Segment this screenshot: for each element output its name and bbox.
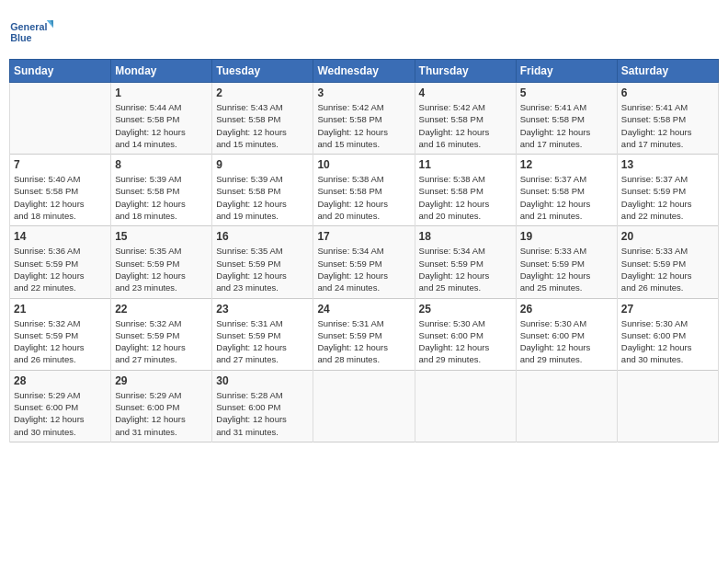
day-number: 11 (419, 158, 512, 171)
day-content: Sunrise: 5:32 AMSunset: 5:59 PMDaylight:… (14, 317, 107, 366)
day-number: 10 (317, 158, 410, 171)
header-friday: Friday (516, 60, 617, 83)
header-saturday: Saturday (617, 60, 718, 83)
calendar-header: SundayMondayTuesdayWednesdayThursdayFrid… (10, 60, 719, 83)
page-header: General Blue (9, 9, 719, 53)
day-number: 25 (419, 303, 512, 316)
day-content: Sunrise: 5:36 AMSunset: 5:59 PMDaylight:… (14, 245, 107, 293)
table-cell (516, 370, 617, 442)
day-content: Sunrise: 5:40 AMSunset: 5:58 PMDaylight:… (14, 173, 107, 222)
table-cell: 8Sunrise: 5:39 AMSunset: 5:58 PMDaylight… (111, 155, 212, 226)
week-row-5: 28Sunrise: 5:29 AMSunset: 6:00 PMDayligh… (10, 370, 719, 442)
table-cell: 14Sunrise: 5:36 AMSunset: 5:59 PMDayligh… (10, 226, 111, 298)
day-number: 15 (115, 230, 208, 243)
table-cell: 1Sunrise: 5:44 AMSunset: 5:58 PMDaylight… (111, 83, 212, 155)
day-number: 23 (216, 303, 309, 316)
day-content: Sunrise: 5:39 AMSunset: 5:58 PMDaylight:… (115, 173, 208, 222)
day-number: 12 (520, 158, 613, 171)
day-number: 7 (14, 158, 107, 171)
table-cell: 9Sunrise: 5:39 AMSunset: 5:58 PMDaylight… (212, 155, 313, 226)
table-cell (415, 370, 516, 442)
day-number: 2 (216, 86, 309, 99)
week-row-3: 14Sunrise: 5:36 AMSunset: 5:59 PMDayligh… (10, 226, 719, 298)
day-content: Sunrise: 5:41 AMSunset: 5:58 PMDaylight:… (621, 101, 714, 150)
table-cell: 30Sunrise: 5:28 AMSunset: 6:00 PMDayligh… (212, 370, 313, 442)
day-content: Sunrise: 5:31 AMSunset: 5:59 PMDaylight:… (216, 317, 309, 366)
week-row-4: 21Sunrise: 5:32 AMSunset: 5:59 PMDayligh… (10, 298, 719, 370)
table-cell: 26Sunrise: 5:30 AMSunset: 6:00 PMDayligh… (516, 298, 617, 370)
day-content: Sunrise: 5:39 AMSunset: 5:58 PMDaylight:… (216, 173, 309, 222)
day-content: Sunrise: 5:30 AMSunset: 6:00 PMDaylight:… (621, 317, 714, 366)
table-cell: 4Sunrise: 5:42 AMSunset: 5:58 PMDaylight… (415, 83, 516, 155)
header-tuesday: Tuesday (212, 60, 313, 83)
header-monday: Monday (111, 60, 212, 83)
table-cell: 22Sunrise: 5:32 AMSunset: 5:59 PMDayligh… (111, 298, 212, 370)
day-content: Sunrise: 5:35 AMSunset: 5:59 PMDaylight:… (115, 245, 208, 293)
table-cell: 11Sunrise: 5:38 AMSunset: 5:58 PMDayligh… (415, 155, 516, 226)
table-cell: 13Sunrise: 5:37 AMSunset: 5:59 PMDayligh… (617, 155, 718, 226)
day-content: Sunrise: 5:31 AMSunset: 5:59 PMDaylight:… (317, 317, 410, 366)
table-cell: 19Sunrise: 5:33 AMSunset: 5:59 PMDayligh… (516, 226, 617, 298)
day-content: Sunrise: 5:30 AMSunset: 6:00 PMDaylight:… (520, 317, 613, 366)
day-content: Sunrise: 5:30 AMSunset: 6:00 PMDaylight:… (419, 317, 512, 366)
table-cell: 25Sunrise: 5:30 AMSunset: 6:00 PMDayligh… (415, 298, 516, 370)
table-cell: 23Sunrise: 5:31 AMSunset: 5:59 PMDayligh… (212, 298, 313, 370)
svg-text:General: General (10, 21, 47, 32)
table-cell: 27Sunrise: 5:30 AMSunset: 6:00 PMDayligh… (617, 298, 718, 370)
table-cell: 6Sunrise: 5:41 AMSunset: 5:58 PMDaylight… (617, 83, 718, 155)
day-content: Sunrise: 5:34 AMSunset: 5:59 PMDaylight:… (317, 245, 410, 293)
day-number: 29 (115, 374, 208, 387)
table-cell: 28Sunrise: 5:29 AMSunset: 6:00 PMDayligh… (10, 370, 111, 442)
day-number: 13 (621, 158, 714, 171)
table-cell (313, 370, 415, 442)
day-content: Sunrise: 5:28 AMSunset: 6:00 PMDaylight:… (216, 389, 309, 438)
table-cell: 5Sunrise: 5:41 AMSunset: 5:58 PMDaylight… (516, 83, 617, 155)
table-cell (10, 83, 111, 155)
day-content: Sunrise: 5:44 AMSunset: 5:58 PMDaylight:… (115, 101, 208, 150)
day-content: Sunrise: 5:33 AMSunset: 5:59 PMDaylight:… (621, 245, 714, 293)
table-cell: 15Sunrise: 5:35 AMSunset: 5:59 PMDayligh… (111, 226, 212, 298)
table-cell: 12Sunrise: 5:37 AMSunset: 5:58 PMDayligh… (516, 155, 617, 226)
day-number: 21 (14, 303, 107, 316)
day-content: Sunrise: 5:29 AMSunset: 6:00 PMDaylight:… (14, 389, 107, 438)
week-row-2: 7Sunrise: 5:40 AMSunset: 5:58 PMDaylight… (10, 155, 719, 226)
day-number: 26 (520, 303, 613, 316)
day-number: 18 (419, 230, 512, 243)
day-content: Sunrise: 5:41 AMSunset: 5:58 PMDaylight:… (520, 101, 613, 150)
day-content: Sunrise: 5:38 AMSunset: 5:58 PMDaylight:… (419, 173, 512, 222)
week-row-1: 1Sunrise: 5:44 AMSunset: 5:58 PMDaylight… (10, 83, 719, 155)
table-cell: 10Sunrise: 5:38 AMSunset: 5:58 PMDayligh… (313, 155, 415, 226)
day-number: 27 (621, 303, 714, 316)
day-number: 30 (216, 374, 309, 387)
table-cell: 21Sunrise: 5:32 AMSunset: 5:59 PMDayligh… (10, 298, 111, 370)
logo: General Blue (9, 9, 53, 53)
calendar-table: SundayMondayTuesdayWednesdayThursdayFrid… (9, 59, 719, 442)
day-content: Sunrise: 5:29 AMSunset: 6:00 PMDaylight:… (115, 389, 208, 438)
day-content: Sunrise: 5:35 AMSunset: 5:59 PMDaylight:… (216, 245, 309, 293)
day-content: Sunrise: 5:38 AMSunset: 5:58 PMDaylight:… (317, 173, 410, 222)
day-number: 4 (419, 86, 512, 99)
table-cell: 18Sunrise: 5:34 AMSunset: 5:59 PMDayligh… (415, 226, 516, 298)
day-content: Sunrise: 5:37 AMSunset: 5:58 PMDaylight:… (520, 173, 613, 222)
day-number: 22 (115, 303, 208, 316)
day-number: 6 (621, 86, 714, 99)
day-number: 1 (115, 86, 208, 99)
day-number: 28 (14, 374, 107, 387)
table-cell: 3Sunrise: 5:42 AMSunset: 5:58 PMDaylight… (313, 83, 415, 155)
header-sunday: Sunday (10, 60, 111, 83)
calendar-body: 1Sunrise: 5:44 AMSunset: 5:58 PMDaylight… (10, 83, 719, 442)
day-number: 14 (14, 230, 107, 243)
table-cell: 20Sunrise: 5:33 AMSunset: 5:59 PMDayligh… (617, 226, 718, 298)
table-cell: 16Sunrise: 5:35 AMSunset: 5:59 PMDayligh… (212, 226, 313, 298)
day-number: 5 (520, 86, 613, 99)
table-cell: 29Sunrise: 5:29 AMSunset: 6:00 PMDayligh… (111, 370, 212, 442)
day-content: Sunrise: 5:42 AMSunset: 5:58 PMDaylight:… (317, 101, 410, 150)
day-content: Sunrise: 5:43 AMSunset: 5:58 PMDaylight:… (216, 101, 309, 150)
day-number: 24 (317, 303, 410, 316)
table-cell: 2Sunrise: 5:43 AMSunset: 5:58 PMDaylight… (212, 83, 313, 155)
day-number: 16 (216, 230, 309, 243)
day-content: Sunrise: 5:33 AMSunset: 5:59 PMDaylight:… (520, 245, 613, 293)
logo-svg: General Blue (9, 9, 53, 53)
day-number: 9 (216, 158, 309, 171)
day-number: 20 (621, 230, 714, 243)
